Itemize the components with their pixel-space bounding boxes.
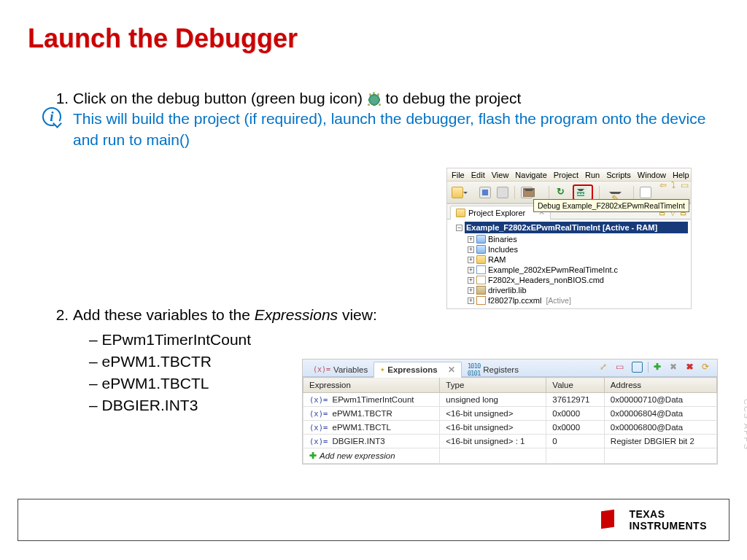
- menu-item[interactable]: Window: [638, 171, 666, 179]
- tool-icon[interactable]: [632, 362, 643, 373]
- new-icon[interactable]: [452, 187, 463, 198]
- ccs-ide-screenshot: File Edit View Navigate Project Run Scri…: [446, 168, 692, 309]
- toggle-icon[interactable]: [640, 187, 651, 198]
- menu-item[interactable]: Navigate: [515, 171, 546, 179]
- step2-em: Expressions: [255, 306, 338, 323]
- expand-icon[interactable]: +: [468, 277, 474, 284]
- tree-node[interactable]: +RAM: [450, 254, 688, 265]
- tree-node[interactable]: +F2802x_Headers_nonBIOS.cmd: [450, 275, 688, 285]
- tree-node[interactable]: +Example_2802xEPwmRealTimeInt.c: [450, 265, 688, 275]
- menu-item[interactable]: Project: [554, 171, 578, 179]
- menubar[interactable]: File Edit View Navigate Project Run Scri…: [447, 168, 691, 182]
- menu-item[interactable]: View: [492, 171, 509, 179]
- separator: [599, 186, 600, 199]
- tree-label: F2802x_Headers_nonBIOS.cmd: [488, 276, 604, 284]
- add-icon[interactable]: [654, 362, 665, 373]
- tab-variables[interactable]: (x)=Variables: [307, 363, 374, 376]
- close-icon[interactable]: ✕: [448, 365, 455, 375]
- project-node-selected[interactable]: Example_F2802xEPwmRealTimeInt [Active - …: [465, 222, 688, 233]
- file-icon: [476, 265, 486, 274]
- expressions-icon: ✶: [380, 365, 384, 373]
- var-icon: (x)=: [309, 437, 328, 446]
- file-icon: [476, 245, 486, 254]
- expand-icon[interactable]: +: [468, 298, 474, 304]
- table-row[interactable]: (x)= ePWM1.TBCTR<16-bit unsigned>0x00000…: [303, 407, 717, 421]
- bug-icon: [367, 93, 382, 106]
- tree-node[interactable]: +Includes: [450, 244, 688, 254]
- table-row[interactable]: (x)= EPwm1TimerIntCountunsigned long3761…: [303, 393, 717, 407]
- tab-expressions[interactable]: ✶Expressions✕: [374, 362, 461, 378]
- file-icon: [476, 255, 486, 264]
- step2-text-b: view:: [338, 306, 377, 323]
- tab-label: Registers: [483, 365, 519, 374]
- arrow-icons: ⇦ ⤵ ▭: [659, 180, 689, 190]
- separator: [549, 186, 549, 199]
- collapse-icon[interactable]: −: [456, 225, 462, 231]
- menu-item[interactable]: File: [452, 171, 465, 179]
- tab-label: Variables: [333, 365, 368, 374]
- tree-node[interactable]: +driverlib.lib: [450, 285, 688, 295]
- save-icon[interactable]: [479, 187, 491, 198]
- add-expression-row[interactable]: ✚Add new expression: [303, 448, 717, 464]
- menu-item[interactable]: Run: [585, 171, 600, 179]
- expand-icon[interactable]: +: [468, 236, 474, 243]
- file-icon: [476, 296, 486, 305]
- var-icon: (x)=: [309, 423, 328, 432]
- separator: [633, 186, 634, 199]
- col-header[interactable]: Value: [546, 378, 605, 393]
- menu-item[interactable]: Scripts: [606, 171, 631, 179]
- expressions-view-screenshot: (x)=Variables ✶Expressions✕ 10100101Regi…: [302, 359, 718, 464]
- removeall-icon[interactable]: [686, 362, 697, 373]
- refresh-icon[interactable]: [702, 362, 713, 373]
- tree-label: Example_2802xEPwmRealTimeInt.c: [488, 265, 618, 274]
- file-icon: [476, 286, 486, 295]
- tree-node[interactable]: +f28027lp.ccxml[Active]: [450, 295, 688, 306]
- watermark: CCS APPS: [743, 399, 747, 451]
- project-tree: − Example_F2802xEPwmRealTimeInt [Active …: [447, 219, 691, 308]
- variables-icon: (x)=: [313, 365, 330, 373]
- edit-icon[interactable]: [605, 187, 617, 198]
- build-icon[interactable]: [521, 187, 533, 198]
- tree-label: driverlib.lib: [488, 286, 527, 295]
- debug-icon[interactable]: [575, 187, 587, 198]
- var-item: EPwm1TimerIntCount: [89, 331, 729, 349]
- add-icon: ✚: [309, 451, 317, 460]
- expand-icon[interactable]: +: [468, 267, 474, 273]
- brand-text: TEXAS: [629, 508, 707, 520]
- menu-item[interactable]: Edit: [471, 171, 485, 179]
- tree-node[interactable]: +Binaries: [450, 234, 688, 244]
- menu-item[interactable]: Help: [673, 171, 689, 179]
- col-header[interactable]: Expression: [303, 378, 440, 393]
- tool-icon[interactable]: [616, 362, 627, 373]
- col-header[interactable]: Address: [604, 378, 716, 393]
- step1-text-b: to debug the project: [386, 90, 522, 106]
- debug-view-tabs: (x)=Variables ✶Expressions✕ 10100101Regi…: [303, 359, 717, 377]
- tab-label: Project Explorer: [468, 209, 525, 217]
- refresh-icon[interactable]: [555, 187, 567, 198]
- ti-logo-icon: [594, 506, 623, 534]
- table-row[interactable]: (x)= DBGIER.INT3<16-bit unsigned> : 10Re…: [303, 435, 717, 448]
- separator: [648, 362, 649, 373]
- saveall-icon[interactable]: [497, 187, 508, 198]
- table-row[interactable]: (x)= ePWM1.TBCTL<16-bit unsigned>0x00000…: [303, 421, 717, 435]
- tree-label: Binaries: [488, 235, 517, 244]
- debug-tooltip: Debug Example_F2802xEPwmRealTimeInt: [533, 199, 689, 212]
- tab-registers[interactable]: 10100101Registers: [462, 360, 525, 379]
- view-toolbar: [600, 362, 713, 373]
- remove-icon[interactable]: [670, 362, 681, 373]
- file-icon: [476, 276, 486, 284]
- var-icon: (x)=: [309, 409, 328, 418]
- step1-text-a: Click on the debug button (green bug ico…: [73, 90, 367, 106]
- expand-icon[interactable]: +: [468, 246, 474, 253]
- col-header[interactable]: Type: [440, 378, 546, 393]
- active-label: [Active]: [546, 296, 570, 305]
- tree-root[interactable]: − Example_F2802xEPwmRealTimeInt [Active …: [450, 221, 688, 234]
- expand-icon[interactable]: +: [468, 287, 474, 294]
- tool-icon[interactable]: [600, 362, 611, 373]
- debug-button-highlight: [573, 184, 593, 201]
- ti-logo: TEXAS INSTRUMENTS: [594, 506, 707, 534]
- expand-icon[interactable]: +: [468, 257, 474, 263]
- footer: TEXAS INSTRUMENTS: [18, 499, 729, 541]
- var-icon: (x)=: [309, 395, 328, 404]
- info-icon: i: [42, 107, 61, 126]
